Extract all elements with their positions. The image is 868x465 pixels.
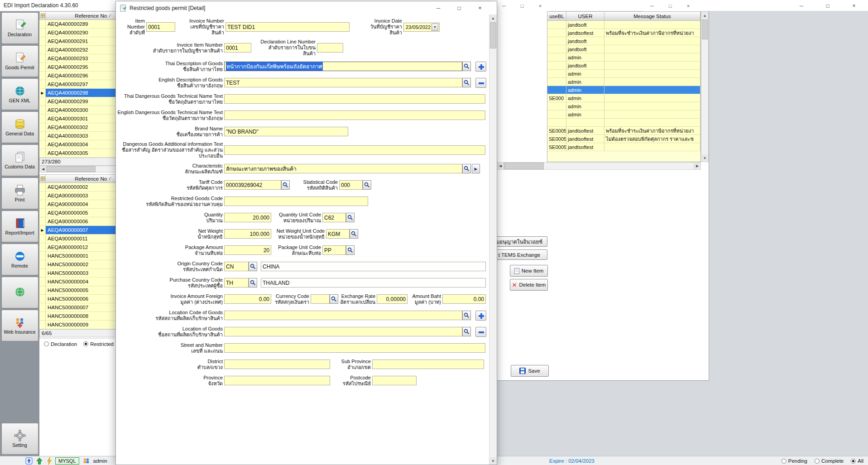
sidebar-item-remote[interactable]: Remote: [1, 244, 38, 275]
restricted-goods-code-input[interactable]: [224, 197, 368, 206]
dialog-titlebar[interactable]: Restricted goods permit [Detail] ─ □ ×: [116, 1, 497, 14]
postcode-input[interactable]: [372, 376, 417, 385]
table-row[interactable]: admin: [547, 110, 700, 119]
sidebar-item-customs-data[interactable]: Customs Data: [1, 144, 38, 176]
filter-radio[interactable]: Pending: [782, 458, 807, 464]
table-row[interactable]: jandtsoft: [547, 62, 700, 70]
english-dangerous-name-input[interactable]: [224, 110, 485, 120]
permit-in-invoice-button[interactable]: บอนุญาตในอินวอยซ์: [491, 236, 547, 247]
close-icon[interactable]: ×: [841, 0, 867, 11]
grid-corner-icon[interactable]: [39, 174, 46, 183]
thai-description-input[interactable]: หน้ากากป้องกันแก๊สพิษพร้อมถังอัดอากาศ: [224, 62, 462, 71]
lookup-icon[interactable]: [281, 180, 290, 190]
sidebar-item-general-data[interactable]: General Data: [1, 111, 38, 143]
table-row[interactable]: admin: [547, 70, 700, 78]
lookup-icon[interactable]: [350, 229, 358, 239]
scroll-thumb[interactable]: [702, 19, 708, 39]
filter-radio[interactable]: Complete: [815, 458, 844, 464]
export-icon[interactable]: [25, 457, 33, 465]
scroll-left-icon[interactable]: ◀: [497, 163, 504, 169]
sidebar-item-setting[interactable]: Setting: [1, 423, 38, 455]
sidebar-item-goods-permit[interactable]: Goods Permit: [1, 45, 38, 77]
table-row[interactable]: admin: [547, 53, 700, 62]
mode-radio[interactable]: Restricted: [83, 341, 114, 347]
column-header-message-status[interactable]: Message Status: [604, 12, 700, 21]
lookup-icon[interactable]: [249, 278, 257, 288]
province-input[interactable]: [224, 376, 330, 385]
minimize-icon[interactable]: ─: [495, 0, 513, 11]
lookup-icon[interactable]: [462, 327, 471, 336]
net-weight-unit-code-input[interactable]: KGM: [326, 229, 350, 239]
scroll-left-icon[interactable]: ◀: [40, 166, 47, 172]
location-code-input[interactable]: [224, 311, 462, 320]
scroll-down-icon[interactable]: ▼: [701, 154, 708, 162]
scroll-thumb[interactable]: [490, 22, 496, 48]
add-location-button[interactable]: [475, 311, 486, 321]
close-icon[interactable]: ×: [470, 1, 490, 14]
quantity-input[interactable]: 20.000: [224, 213, 271, 222]
table-row[interactable]: admin: [547, 102, 700, 110]
delete-item-button[interactable]: ✕ Delete Item: [510, 279, 548, 291]
sidebar-item-print[interactable]: Print: [1, 177, 38, 209]
item-number-input[interactable]: 0001: [146, 22, 175, 32]
location-input[interactable]: [224, 327, 462, 336]
new-item-button[interactable]: New Item: [510, 265, 548, 277]
maximize-icon[interactable]: □: [815, 0, 841, 11]
grid-vertical-scrollbar[interactable]: ▲ ▼: [701, 11, 709, 162]
quantity-unit-code-input[interactable]: C62: [322, 213, 346, 222]
lookup-icon[interactable]: [346, 213, 355, 222]
maximize-icon[interactable]: □: [513, 0, 531, 11]
maximize-icon[interactable]: □: [449, 1, 470, 14]
package-unit-code-input[interactable]: PP: [322, 245, 346, 255]
brand-name-input[interactable]: "NO BRAND": [224, 127, 348, 136]
english-description-input[interactable]: TEST: [224, 78, 462, 87]
exchange-rate-input[interactable]: 0.00000: [377, 294, 408, 304]
currency-code-input[interactable]: [311, 294, 330, 304]
tems-exchange-button[interactable]: t TEMS Exchange: [491, 249, 547, 260]
purchase-country-code-input[interactable]: TH: [224, 278, 249, 288]
minimize-icon[interactable]: ─: [643, 0, 661, 11]
lookup-icon[interactable]: [249, 262, 257, 271]
table-row[interactable]: admin: [547, 86, 700, 94]
sidebar-item-browser[interactable]: [1, 277, 38, 308]
invoice-date-input[interactable]: 23/05/2022▼: [403, 23, 440, 32]
dialog-vertical-scrollbar[interactable]: ▲ ▼: [489, 14, 497, 465]
characteristic-input[interactable]: ลักษณะทางกายภาพของสินค้า: [224, 164, 462, 173]
dangerous-additional-info-input[interactable]: [224, 145, 485, 155]
lookup-icon[interactable]: [346, 245, 355, 255]
district-input[interactable]: [224, 360, 330, 369]
table-row[interactable]: SE00051 jandtsoftest ไม่ต้องตรวจสอบพิกัด…: [547, 135, 700, 143]
scroll-thumb[interactable]: [47, 166, 96, 172]
remove-location-button[interactable]: [475, 327, 486, 337]
scroll-thumb[interactable]: [504, 163, 544, 169]
net-weight-input[interactable]: 100.000: [224, 229, 271, 239]
invoice-amount-foreign-input[interactable]: 0.00: [224, 294, 271, 304]
maximize-icon[interactable]: □: [661, 0, 679, 11]
invoice-item-number-input[interactable]: 0001: [224, 43, 251, 53]
lookup-icon[interactable]: [462, 78, 471, 87]
lookup-icon[interactable]: [462, 62, 471, 71]
sidebar-item-declaration[interactable]: Declaration: [1, 12, 38, 44]
thai-dangerous-name-input[interactable]: [224, 94, 485, 104]
amount-baht-input[interactable]: 0.00: [442, 294, 486, 304]
scroll-right-icon[interactable]: ▶: [694, 163, 700, 169]
declaration-line-number-input[interactable]: [317, 43, 343, 53]
table-row[interactable]: jandtsoftest พร้อมที่จะชำระเงินค่าภาษีอา…: [547, 29, 700, 37]
table-row[interactable]: jandtsoft: [547, 21, 700, 29]
package-amount-input[interactable]: 20: [224, 245, 271, 255]
minimize-icon[interactable]: ─: [788, 0, 815, 11]
table-row[interactable]: jandtsoft: [547, 37, 700, 45]
column-header-user[interactable]: USER: [566, 12, 604, 21]
upload-arrow-icon[interactable]: [36, 457, 43, 465]
invoice-number-input[interactable]: TEST DID1: [225, 22, 350, 32]
minimize-icon[interactable]: ─: [428, 1, 449, 14]
mode-radio[interactable]: Declaration: [44, 341, 77, 347]
column-header-housebl[interactable]: useBL: [547, 12, 566, 21]
grid-corner-icon[interactable]: [39, 11, 46, 20]
close-icon[interactable]: ×: [531, 0, 549, 11]
scroll-up-icon[interactable]: ▲: [489, 14, 497, 22]
sub-province-input[interactable]: [372, 360, 484, 369]
table-row[interactable]: admin: [547, 78, 700, 86]
remove-description-button[interactable]: [475, 78, 486, 88]
table-row[interactable]: [547, 119, 700, 127]
